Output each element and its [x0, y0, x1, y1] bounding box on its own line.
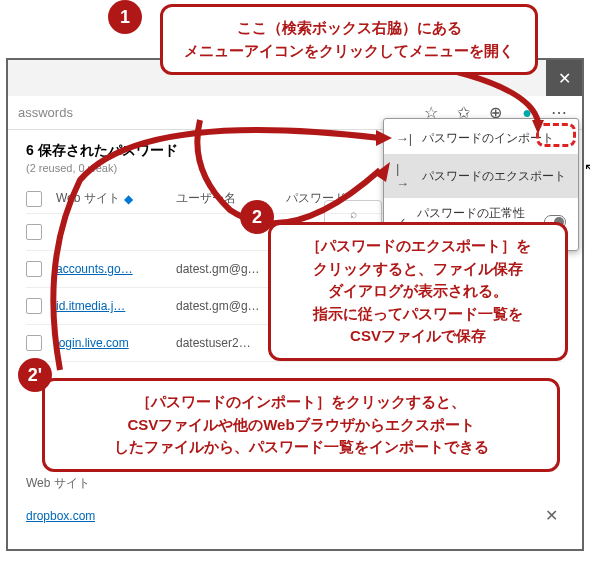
- callout-3-text: ［パスワードのインポート］をクリックすると、 CSVファイルや他のWebブラウザ…: [114, 393, 489, 455]
- never-saved-row: dropbox.com ✕: [26, 500, 564, 531]
- callout-1: ここ（検索ボックス右脇）にある メニューアイコンをクリックしてメニューを開く: [160, 4, 538, 75]
- never-saved-site[interactable]: dropbox.com: [26, 509, 95, 523]
- callout-2-text: ［パスワードのエクスポート］を クリックすると、ファイル保存 ダイアログが表示さ…: [306, 237, 531, 344]
- svg-marker-0: [532, 120, 544, 134]
- remove-icon[interactable]: ✕: [539, 506, 564, 525]
- svg-marker-2: [376, 130, 392, 146]
- badge-2p: 2': [18, 358, 52, 392]
- badge-2: 2: [240, 200, 274, 234]
- callout-1-text: ここ（検索ボックス右脇）にある メニューアイコンをクリックしてメニューを開く: [184, 19, 514, 59]
- never-saved-section: Web サイト dropbox.com ✕: [26, 475, 564, 531]
- section-label: Web サイト: [26, 475, 564, 492]
- callout-3: ［パスワードのインポート］をクリックすると、 CSVファイルや他のWebブラウザ…: [42, 378, 560, 472]
- badge-1: 1: [108, 0, 142, 34]
- cursor-icon: ↖: [584, 160, 590, 176]
- address-fragment: asswords: [8, 105, 83, 120]
- callout-2: ［パスワードのエクスポート］を クリックすると、ファイル保存 ダイアログが表示さ…: [268, 222, 568, 361]
